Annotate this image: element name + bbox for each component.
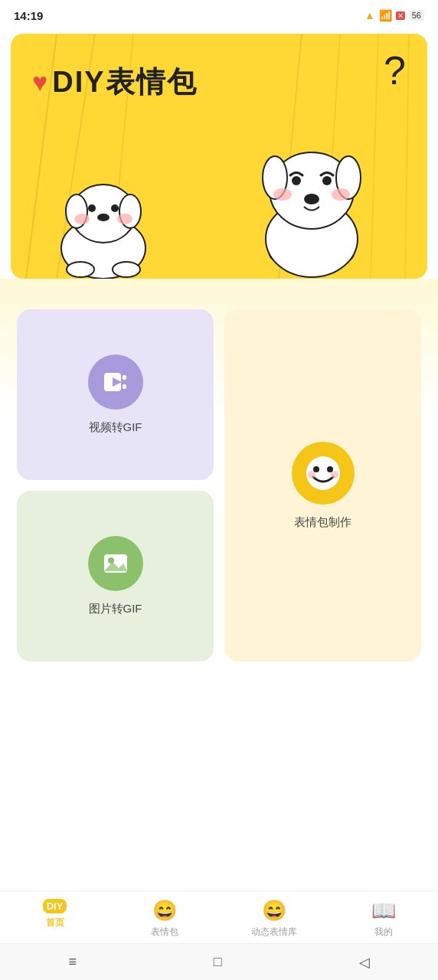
dog-small-icon [50, 156, 157, 279]
feature-grid: 视频转GIF 表情包制作 [17, 309, 421, 662]
nav-item-mine[interactable]: 📖 我的 [328, 899, 438, 939]
main-content: 视频转GIF 表情包制作 [0, 279, 438, 662]
svg-point-11 [88, 204, 96, 212]
svg-rect-32 [123, 384, 126, 389]
svg-point-37 [331, 471, 338, 479]
card-emoji-make[interactable]: 表情包制作 [224, 309, 421, 662]
emoji-make-label: 表情包制作 [294, 515, 351, 530]
diy-logo: DIY [43, 899, 67, 913]
svg-point-14 [117, 214, 132, 224]
heart-icon: ♥ [32, 67, 49, 97]
svg-rect-31 [123, 375, 126, 380]
svg-point-39 [108, 557, 114, 564]
banner[interactable]: ♥ DIY表情包 ? [11, 34, 427, 279]
nav-item-emoji[interactable]: 😄 表情包 [110, 899, 219, 939]
wifi-icon: 📶 [379, 9, 392, 21]
banner-title: ♥ DIY表情包 [32, 63, 198, 102]
video-icon-wrap [88, 354, 143, 410]
card-video-to-gif[interactable]: 视频转GIF [17, 309, 214, 480]
nav-emoji-label: 表情包 [151, 926, 178, 939]
warning-icon: ▲ [364, 9, 375, 21]
svg-point-34 [313, 466, 319, 472]
question-mark: ? [384, 47, 406, 93]
svg-point-12 [111, 204, 119, 212]
photo-to-gif-label: 图片转GIF [89, 602, 142, 616]
svg-point-35 [327, 466, 333, 472]
emoji-icon-wrap [292, 442, 355, 505]
status-right: ▲ 📶 ✕ 56 [364, 9, 424, 21]
nav-home-label: 首页 [46, 916, 64, 929]
emoji-face-icon [304, 454, 342, 492]
bottom-nav: DIY 首页 😄 表情包 😄 动态表情库 📖 我的 [0, 890, 438, 943]
nav-item-home[interactable]: DIY 首页 [0, 899, 110, 939]
svg-point-17 [113, 262, 140, 277]
nav-mine-icon: 📖 [371, 899, 396, 923]
svg-point-16 [67, 262, 94, 277]
nav-dynamic-icon: 😄 [262, 899, 286, 923]
dog-large-icon [235, 126, 388, 279]
nav-item-dynamic[interactable]: 😄 动态表情库 [219, 899, 328, 939]
sys-menu-button[interactable]: ≡ [50, 948, 95, 976]
nav-emoji-icon: 😄 [152, 899, 177, 923]
sys-back-button[interactable]: ◁ [341, 948, 388, 977]
svg-point-27 [332, 188, 350, 201]
battery-x-icon: ✕ [396, 11, 405, 20]
battery-indicator: 56 [409, 10, 424, 21]
svg-point-36 [308, 471, 315, 479]
video-to-gif-label: 视频转GIF [89, 420, 142, 435]
sys-home-button[interactable]: □ [195, 948, 240, 976]
status-bar: 14:19 ▲ 📶 ✕ 56 [0, 0, 438, 28]
svg-point-26 [273, 188, 292, 201]
system-nav: ≡ □ ◁ [0, 943, 438, 980]
banner-title-text: DIY表情包 [52, 63, 197, 102]
photo-gif-icon [102, 550, 129, 577]
battery-level: 56 [412, 11, 421, 20]
card-photo-to-gif[interactable]: 图片转GIF [17, 491, 214, 662]
video-gif-icon [102, 368, 129, 396]
svg-point-28 [304, 194, 319, 204]
nav-dynamic-label: 动态表情库 [251, 926, 297, 939]
svg-point-24 [292, 176, 301, 185]
svg-point-15 [97, 214, 110, 221]
status-time: 14:19 [14, 9, 43, 22]
photo-icon-wrap [88, 536, 143, 591]
banner-characters [11, 126, 427, 279]
svg-point-25 [322, 176, 332, 185]
nav-mine-label: 我的 [374, 926, 393, 939]
svg-point-13 [74, 214, 90, 224]
